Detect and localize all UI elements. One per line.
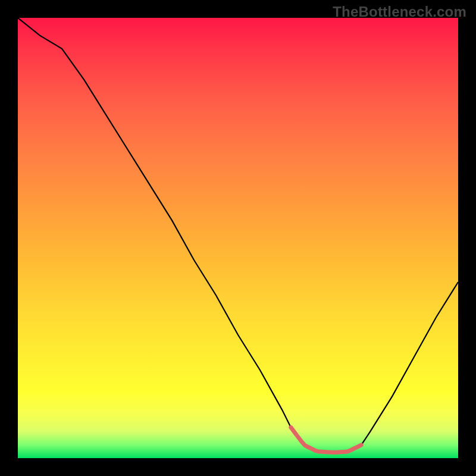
watermark-text: TheBottleneck.com [333, 4, 466, 20]
chart-area [18, 18, 458, 458]
bottleneck-curve [18, 18, 458, 458]
